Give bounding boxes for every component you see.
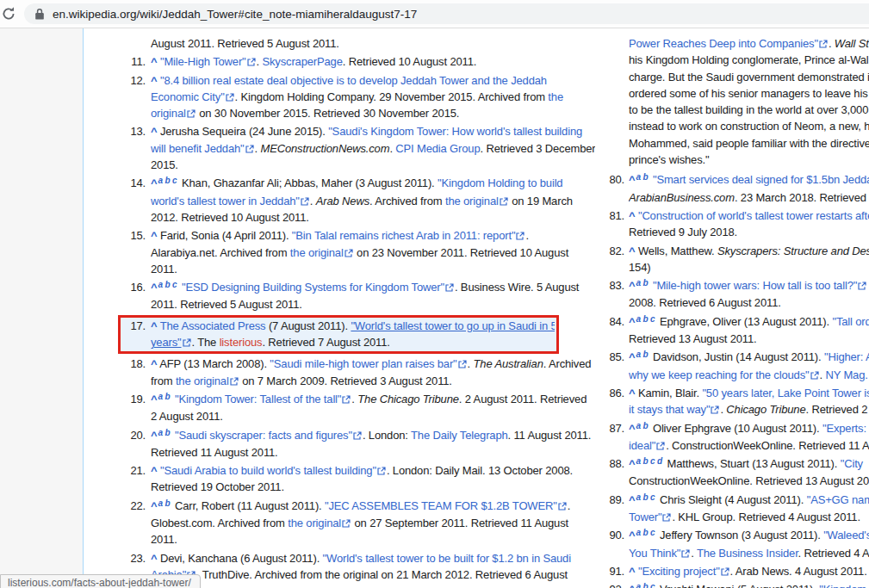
reference-link[interactable]: CPI Media Group: [395, 142, 480, 155]
reference-text: on 30 November 2015. Retrieved 30 Novemb…: [196, 107, 460, 120]
reference-link[interactable]: "Kingdom Holding to build: [438, 176, 562, 189]
reference-link[interactable]: years": [151, 336, 182, 349]
red-link[interactable]: listerious: [220, 336, 263, 349]
reference-link[interactable]: "Exciting project": [638, 565, 720, 578]
reference-link[interactable]: "Saudi skyscraper: facts and figures": [175, 429, 352, 442]
backlink-letters[interactable]: a b c: [636, 492, 655, 502]
reference-link[interactable]: "Experts:: [822, 422, 866, 435]
reference-link[interactable]: "Construction of world's tallest tower r…: [638, 209, 869, 222]
backlink-letters[interactable]: a b: [636, 350, 648, 359]
reference-link[interactable]: SkyscraperPage: [263, 55, 343, 68]
reference-number: [123, 35, 146, 52]
reference-link[interactable]: the original: [445, 195, 499, 207]
backlink-letters[interactable]: a b: [636, 278, 648, 288]
external-link-icon: [445, 279, 454, 295]
reference-link[interactable]: the original: [176, 374, 229, 387]
reference-text: to be the tallest building in the world …: [629, 103, 868, 116]
reference-item: 14.^a b c Khan, Ghazanfar Ali; Abbas, Ma…: [123, 175, 595, 226]
backlink-letters[interactable]: a b: [158, 498, 170, 508]
backlink-caret[interactable]: ^: [629, 493, 635, 506]
reference-link[interactable]: "Kingdom: [819, 583, 866, 588]
reference-link[interactable]: You Think": [629, 547, 680, 560]
reference-body: ^a b c "ESD Designing Building Systems f…: [151, 279, 595, 313]
reference-link[interactable]: The Business Insider: [697, 547, 798, 560]
reference-link[interactable]: it stays that way": [629, 403, 710, 416]
reference-link[interactable]: world's tallest tower in Jeddah": [151, 195, 300, 207]
reference-link[interactable]: "Kingdom Tower: Tallest of the tall": [175, 393, 341, 405]
backlink-letters[interactable]: a b c: [636, 528, 655, 537]
reference-link[interactable]: "JEC ASSEMBLES TEAM FOR $1.2B TOWER": [325, 499, 557, 512]
backlink-caret[interactable]: ^: [629, 173, 635, 186]
reference-text: Matthews, Stuart (13 August 2011).: [664, 457, 841, 470]
backlink-letters[interactable]: a b c: [158, 280, 177, 289]
external-link-icon: [183, 334, 191, 350]
external-link-icon: [342, 515, 351, 531]
reference-text: Retrieved 13 August 2011.: [629, 332, 757, 345]
reference-link[interactable]: ideal": [629, 439, 655, 452]
reference-link[interactable]: "Higher: A: [824, 350, 869, 363]
reference-link[interactable]: The Daily Telegraph: [411, 429, 508, 442]
backlink-letters[interactable]: a b: [158, 392, 170, 401]
reference-link[interactable]: will benefit Jeddah": [151, 142, 245, 155]
reference-link[interactable]: The Associated Press: [160, 319, 266, 332]
backlink-letters[interactable]: a b c: [636, 314, 655, 324]
reference-item: 13.^ Jerusha Sequeira (24 June 2015). "S…: [123, 123, 595, 173]
backlink-caret[interactable]: ^: [629, 279, 635, 292]
reference-link[interactable]: "Mile-high tower wars: How tall is too t…: [653, 279, 857, 292]
backlink-caret[interactable]: ^: [629, 583, 635, 588]
reference-link[interactable]: "Saudi's Kingdom Tower: How world's tall…: [328, 125, 582, 138]
reference-text: Carr, Robert (11 August 2011).: [171, 499, 325, 512]
backlink-caret[interactable]: ^: [629, 350, 635, 363]
reference-link[interactable]: "Smart services deal signed for $1.5bn J…: [653, 173, 869, 186]
backlink-caret[interactable]: ^: [629, 422, 635, 435]
backlink-letters[interactable]: a b: [636, 421, 648, 430]
backlink-caret[interactable]: ^: [151, 393, 157, 405]
backlink-caret[interactable]: ^: [151, 429, 157, 442]
reference-link[interactable]: "Saudi mile-high tower plan raises bar": [270, 357, 456, 370]
reference-link[interactable]: "Waleed's: [823, 529, 869, 542]
reference-body: ^ "Exciting project". Arab News. 4 Augus…: [629, 563, 869, 579]
reference-link[interactable]: "Saudi Arabia to build world's tallest b…: [160, 464, 376, 477]
reference-link[interactable]: "World's tallest tower to go up in Saudi…: [351, 319, 555, 332]
backlink-caret[interactable]: ^: [151, 176, 157, 189]
reference-number: 88.: [605, 455, 624, 490]
reference-text: on 19 March: [509, 195, 573, 207]
reference-body: ^ Wells, Matthew. Skyscrapers: Structure…: [629, 243, 869, 276]
reference-link[interactable]: "50 years later, Lake Point Tower is: [702, 387, 869, 399]
address-bar[interactable]: en.wikipedia.org/wiki/Jeddah_Tower#cite_…: [24, 3, 869, 24]
reference-link[interactable]: original: [151, 107, 186, 120]
reference-body: ^a b Davidson, Justin (14 August 2011). …: [629, 349, 869, 383]
backlink-letters[interactable]: a b c: [636, 582, 655, 588]
reference-link[interactable]: "ESD Designing Building Systems for King…: [182, 281, 444, 294]
backlink-letters[interactable]: a b: [158, 428, 170, 437]
backlink-caret[interactable]: ^: [629, 457, 635, 470]
reference-link[interactable]: Economic City": [151, 90, 225, 103]
reference-link[interactable]: NY Mag.: [825, 368, 867, 381]
reference-link[interactable]: "World's tallest tower to be built for $…: [323, 552, 571, 565]
reference-link[interactable]: the original: [288, 517, 341, 529]
reference-link[interactable]: "City: [841, 457, 863, 470]
reference-link[interactable]: Tower": [629, 511, 661, 523]
backlink-caret[interactable]: ^: [629, 315, 635, 328]
backlink-letters[interactable]: a b: [636, 172, 648, 182]
reference-item: 89.^a b c Chris Sleight (4 August 2011).…: [605, 492, 869, 526]
reload-button[interactable]: [1, 6, 16, 22]
reference-text: Vrushti Mawani (5 August 2011).: [657, 583, 820, 588]
reference-link[interactable]: "AS+GG nam: [807, 493, 869, 506]
backlink-caret[interactable]: ^: [151, 281, 157, 294]
reference-text: 2011. Retrieved 5 August 2011.: [151, 298, 302, 311]
backlink-letters[interactable]: a b c: [158, 176, 177, 185]
reference-link[interactable]: "Mile-High Tower": [160, 55, 246, 68]
backlink-caret[interactable]: ^: [629, 529, 635, 542]
reference-link[interactable]: Power Reaches Deep into Companies": [629, 37, 818, 50]
reference-link[interactable]: the: [548, 90, 563, 103]
reference-link[interactable]: "Tall ord: [832, 315, 869, 328]
reference-link[interactable]: the original: [290, 246, 344, 259]
backlink-letters[interactable]: a b c d: [636, 456, 662, 466]
reference-body: ^a b c Ephgrave, Oliver (13 August 2011)…: [629, 313, 869, 348]
backlink-caret[interactable]: ^: [151, 499, 157, 512]
reference-link[interactable]: why we keep reaching for the clouds": [629, 368, 810, 381]
reference-link[interactable]: "8.4 billion real estate deal objective …: [160, 74, 547, 87]
reference-text: ArabianBusiness.com: [629, 191, 735, 204]
reference-link[interactable]: "Bin Talal remains richest Arab in 2011:…: [292, 229, 516, 242]
